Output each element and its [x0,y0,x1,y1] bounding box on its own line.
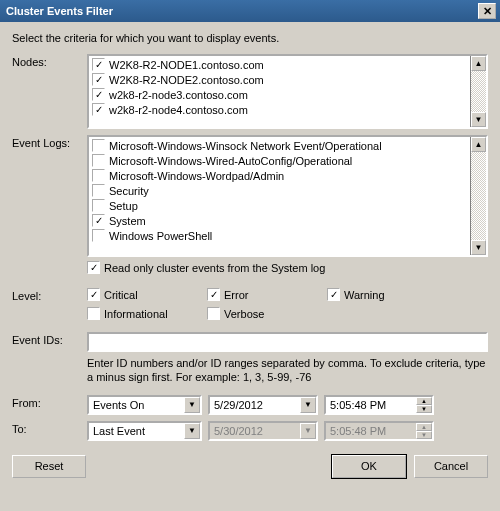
list-item-label: Security [109,185,149,197]
checkbox[interactable] [92,184,105,197]
window-title: Cluster Events Filter [4,5,478,17]
list-item-label: w2k8-r2-node3.contoso.com [109,89,248,101]
title-bar: Cluster Events Filter ✕ [0,0,500,22]
critical-label: Critical [104,289,138,301]
informational-label: Informational [104,308,168,320]
checkbox[interactable]: ✓ [92,88,105,101]
eventids-input[interactable] [87,332,488,352]
list-item-label: Microsoft-Windows-Wired-AutoConfig/Opera… [109,155,352,167]
checkbox[interactable] [92,229,105,242]
scroll-up-button[interactable]: ▲ [471,137,486,152]
checkbox[interactable]: ✓ [92,73,105,86]
nodes-scrollbar[interactable]: ▲ ▼ [470,56,486,127]
to-mode-combo[interactable]: Last Event▼ [87,421,202,441]
list-item-label: Setup [109,200,138,212]
list-item[interactable]: ✓W2K8-R2-NODE2.contoso.com [92,72,467,87]
error-checkbox[interactable]: ✓ [207,288,220,301]
checkbox[interactable] [92,139,105,152]
list-item[interactable]: ✓System [92,213,467,228]
to-label: To: [12,421,87,441]
checkbox[interactable] [92,199,105,212]
list-item[interactable]: ✓w2k8-r2-node3.contoso.com [92,87,467,102]
list-item-label: System [109,215,146,227]
eventlogs-label: Event Logs: [12,135,87,282]
from-date-picker[interactable]: 5/29/2012▼ [208,395,318,415]
list-item[interactable]: Windows PowerShell [92,228,467,243]
list-item[interactable]: Setup [92,198,467,213]
scroll-down-button[interactable]: ▼ [471,240,486,255]
nodes-listbox[interactable]: ✓W2K8-R2-NODE1.contoso.com✓W2K8-R2-NODE2… [87,54,488,129]
scroll-up-button[interactable]: ▲ [471,56,486,71]
to-time-picker: 5:05:48 PM▲▼ [324,421,434,441]
verbose-checkbox[interactable] [207,307,220,320]
to-date-picker: 5/30/2012▼ [208,421,318,441]
syslog-checkbox[interactable]: ✓ [87,261,100,274]
scroll-down-button[interactable]: ▼ [471,112,486,127]
list-item[interactable]: Microsoft-Windows-Wired-AutoConfig/Opera… [92,153,467,168]
warning-checkbox[interactable]: ✓ [327,288,340,301]
list-item-label: W2K8-R2-NODE2.contoso.com [109,74,264,86]
instruction-text: Select the criteria for which you want t… [12,32,488,44]
list-item[interactable]: ✓w2k8-r2-node4.contoso.com [92,102,467,117]
nodes-label: Nodes: [12,54,87,129]
ok-button[interactable]: OK [332,455,406,478]
close-button[interactable]: ✕ [478,3,496,19]
chevron-down-icon: ▼ [300,423,316,439]
list-item[interactable]: ✓W2K8-R2-NODE1.contoso.com [92,57,467,72]
cancel-button[interactable]: Cancel [414,455,488,478]
chevron-down-icon[interactable]: ▼ [184,397,200,413]
list-item-label: Microsoft-Windows-Wordpad/Admin [109,170,284,182]
checkbox[interactable] [92,154,105,167]
level-label: Level: [12,288,87,326]
chevron-down-icon[interactable]: ▼ [184,423,200,439]
informational-checkbox[interactable] [87,307,100,320]
eventids-label: Event IDs: [12,332,87,385]
list-item-label: w2k8-r2-node4.contoso.com [109,104,248,116]
checkbox[interactable]: ✓ [92,103,105,116]
from-time-picker[interactable]: 5:05:48 PM▲▼ [324,395,434,415]
reset-button[interactable]: Reset [12,455,86,478]
checkbox[interactable]: ✓ [92,214,105,227]
list-item-label: W2K8-R2-NODE1.contoso.com [109,59,264,71]
time-spinner: ▲▼ [416,423,432,439]
checkbox[interactable] [92,169,105,182]
syslog-label: Read only cluster events from the System… [104,262,325,274]
checkbox[interactable]: ✓ [92,58,105,71]
time-spinner[interactable]: ▲▼ [416,397,432,413]
chevron-down-icon[interactable]: ▼ [300,397,316,413]
critical-checkbox[interactable]: ✓ [87,288,100,301]
eventids-hint: Enter ID numbers and/or ID ranges separa… [87,356,488,385]
list-item[interactable]: Security [92,183,467,198]
list-item[interactable]: Microsoft-Windows-Winsock Network Event/… [92,138,467,153]
list-item-label: Windows PowerShell [109,230,212,242]
eventlogs-listbox[interactable]: Microsoft-Windows-Winsock Network Event/… [87,135,488,257]
error-label: Error [224,289,248,301]
verbose-label: Verbose [224,308,264,320]
warning-label: Warning [344,289,385,301]
list-item[interactable]: Microsoft-Windows-Wordpad/Admin [92,168,467,183]
list-item-label: Microsoft-Windows-Winsock Network Event/… [109,140,382,152]
eventlogs-scrollbar[interactable]: ▲ ▼ [470,137,486,255]
from-mode-combo[interactable]: Events On▼ [87,395,202,415]
from-label: From: [12,395,87,415]
